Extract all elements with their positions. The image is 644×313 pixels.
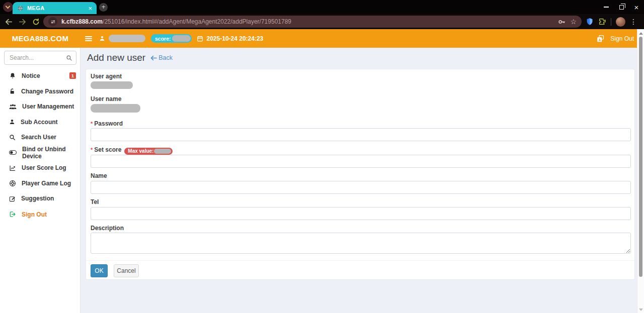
calendar-icon (197, 35, 203, 42)
scrollbar-thumb[interactable] (639, 37, 642, 277)
minimize-icon (604, 7, 609, 8)
close-icon: × (634, 4, 639, 11)
restore-icon (619, 5, 624, 10)
ok-button[interactable]: OK (91, 264, 108, 277)
shield-extension-icon[interactable] (586, 18, 594, 26)
redacted-user-agent-value (91, 81, 133, 89)
sidebar-item-notice[interactable]: Notice 1 (0, 68, 80, 84)
sidebar-item-sub-account[interactable]: Sub Account (0, 115, 80, 130)
name-label: Name (91, 172, 107, 179)
line-chart-icon (9, 165, 16, 171)
globe-icon (17, 5, 24, 12)
wheel-icon (9, 180, 16, 187)
scroll-up-arrow[interactable] (639, 32, 643, 35)
sign-out-icon (9, 211, 16, 218)
form-divider (86, 260, 634, 261)
add-user-form: User agent User name *Password *Set scor… (86, 69, 635, 280)
back-arrow-icon (150, 55, 157, 61)
restore-button[interactable] (614, 0, 629, 14)
set-score-label: *Set scoreMax value: (91, 146, 173, 155)
browser-titlebar: MEGA × + × (0, 0, 644, 14)
sidebar-item-user-management[interactable]: User Management (0, 99, 80, 115)
name-input[interactable] (91, 181, 631, 194)
password-key-icon[interactable] (557, 18, 566, 26)
bookmark-star-icon[interactable]: ☆ (570, 18, 577, 25)
address-bar[interactable]: k.cfbz888.com/251016/index.html#/addAgen… (43, 16, 582, 28)
score-label: score: (155, 36, 171, 42)
header-datetime: 2025-10-24 20:24:23 (207, 35, 264, 42)
new-tab-button[interactable]: + (99, 3, 108, 12)
tab-title: MEGA (27, 5, 45, 11)
sidebar-item-change-password[interactable]: Change Password (0, 84, 80, 99)
url-domain: k.cfbz888.com (61, 18, 103, 25)
profile-avatar[interactable] (616, 17, 625, 27)
sidebar-item-suggestion[interactable]: Suggestion (0, 191, 80, 206)
edit-icon (9, 195, 16, 202)
sidebar-item-player-game-log[interactable]: Player Game Log (0, 176, 80, 191)
reload-icon[interactable] (32, 18, 40, 26)
tel-label: Tel (91, 198, 99, 205)
tab-close-icon[interactable]: × (88, 5, 92, 12)
browser-toolbar: k.cfbz888.com/251016/index.html#/addAgen… (0, 14, 644, 29)
site-info-icon[interactable] (48, 17, 57, 26)
hamburger-menu-icon[interactable] (85, 36, 92, 41)
page-title: Add new user (87, 52, 145, 63)
sidebar-item-sign-out[interactable]: Sign Out (0, 207, 80, 223)
bell-icon (9, 72, 16, 79)
password-input[interactable] (91, 128, 631, 141)
translate-icon[interactable]: A (596, 35, 605, 43)
password-label: *Password (91, 120, 123, 127)
score-pill: score: (151, 34, 192, 43)
cancel-button[interactable]: Cancel (114, 264, 139, 277)
browser-menu-icon[interactable]: ⋮ (630, 18, 637, 25)
set-score-input[interactable] (91, 155, 631, 168)
redacted-max-value (154, 149, 171, 154)
chevron-down-icon (6, 4, 11, 9)
description-textarea[interactable] (91, 233, 631, 254)
redacted-user-name-value (91, 104, 140, 113)
search-input[interactable] (5, 51, 76, 64)
user-icon (99, 35, 105, 42)
minimize-button[interactable] (599, 0, 614, 14)
sidebar-item-search-user[interactable]: Search User (0, 130, 80, 145)
description-label: Description (91, 225, 124, 232)
person-icon (9, 119, 15, 125)
user-name-label: User name (91, 95, 121, 102)
tel-input[interactable] (91, 207, 631, 220)
header-sign-out[interactable]: Sign Out (610, 35, 634, 42)
sidebar-item-bind-device[interactable]: Bind or Unbind Device (0, 145, 80, 161)
redacted-score-value (172, 35, 191, 42)
close-button[interactable]: × (629, 0, 644, 14)
browser-tab[interactable]: MEGA × (13, 2, 97, 14)
user-agent-label: User agent (91, 73, 122, 80)
redacted-username (109, 35, 145, 42)
scroll-down-arrow[interactable] (639, 308, 643, 311)
main-content: Add new user Back User agent User name *… (80, 48, 637, 313)
sidebar: Notice 1 Change Password User Management… (0, 48, 80, 313)
toggle-icon (9, 150, 17, 155)
page-scrollbar[interactable] (637, 29, 644, 313)
url-path: /251016/index.html#/addAgent/MegaAgent20… (103, 18, 291, 25)
url-text: k.cfbz888.com/251016/index.html#/addAgen… (61, 18, 291, 25)
back-link[interactable]: Back (150, 54, 173, 61)
tab-search-button[interactable] (3, 2, 13, 12)
forward-nav-icon[interactable] (18, 18, 27, 26)
lock-icon (9, 88, 16, 95)
notice-badge: 1 (69, 72, 76, 79)
back-nav-icon[interactable] (5, 18, 13, 26)
svg-text:A: A (599, 38, 601, 41)
magnifier-icon (9, 134, 16, 141)
sidebar-search (4, 51, 76, 65)
max-value-pill: Max value: (124, 148, 173, 155)
sidebar-item-user-score-log[interactable]: User Score Log (0, 160, 80, 176)
toolbar-separator (611, 18, 611, 26)
brand-logo[interactable]: MEGA888.COM (0, 34, 80, 43)
extensions-puzzle-icon[interactable] (598, 18, 606, 26)
search-icon[interactable] (66, 55, 72, 61)
users-icon (9, 103, 17, 110)
app-header: MEGA888.COM score: 2025-10-24 20:24:23 A… (0, 29, 644, 48)
